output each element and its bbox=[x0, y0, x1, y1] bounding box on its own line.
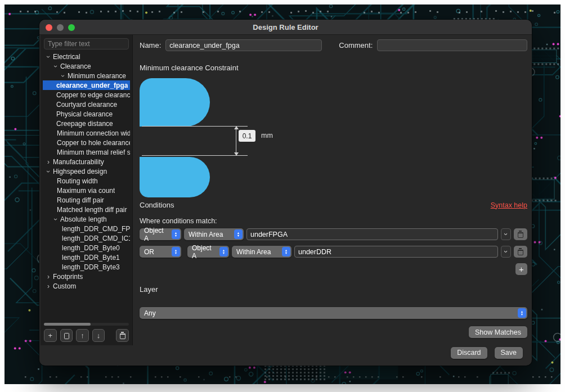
rule-editor-panel: Name: Comment: Minimum clearance Constra… bbox=[133, 35, 532, 345]
tree-item-copper-to-edge-clearance[interactable]: Copper to edge clearance bbox=[43, 90, 130, 100]
duplicate-rule-button[interactable] bbox=[60, 329, 73, 342]
move-rule-up-button[interactable]: ↑ bbox=[76, 329, 89, 342]
tree-item-minimum-thermal-relief[interactable]: Minimum thermal relief spokes bbox=[43, 147, 130, 157]
condition-row-2: OR ▲▼ Object A ▲▼ Within Area ▲▼ › bbox=[140, 246, 527, 258]
window-titlebar[interactable]: Design Rule Editor bbox=[39, 20, 532, 35]
conditions-section-title: Conditions bbox=[140, 201, 174, 209]
window-title: Design Rule Editor bbox=[39, 23, 532, 31]
tree-item-footprints[interactable]: ›Footprints bbox=[43, 272, 130, 281]
tree-item-copper-to-hole-clearance[interactable]: Copper to hole clearance bbox=[43, 138, 130, 147]
tree-item-matched-length-diff-pair[interactable]: Matched length diff pair bbox=[43, 205, 130, 214]
tree-item-custom[interactable]: ›Custom bbox=[43, 281, 130, 291]
predicate-select[interactable]: Within Area ▲▼ bbox=[232, 246, 292, 258]
combinator-select[interactable]: OR ▲▼ bbox=[140, 246, 181, 258]
combinator-select-value: OR bbox=[144, 248, 154, 256]
predicate-select[interactable]: Within Area ▲▼ bbox=[184, 228, 244, 240]
tree-item-routing-diff-pair[interactable]: Routing diff pair bbox=[43, 195, 130, 205]
stepper-down-icon: ▼ bbox=[174, 252, 177, 255]
condition-row-1: Object A ▲▼ Within Area ▲▼ › bbox=[140, 228, 527, 240]
layer-select[interactable]: Any ▲▼ bbox=[140, 307, 527, 319]
tree-item-highspeed-design[interactable]: ›Highspeed design bbox=[43, 166, 130, 176]
expander-icon[interactable]: › bbox=[59, 73, 67, 79]
condition-value-input[interactable] bbox=[246, 228, 498, 240]
tree-item-absolute-length[interactable]: ›Absolute length bbox=[43, 214, 130, 224]
tree-item-manufacturability[interactable]: ›Manufacturability bbox=[43, 157, 130, 166]
tree-item-courtyard-clearance[interactable]: Courtyard clearance bbox=[43, 100, 130, 109]
stepper-icon: ▲▼ bbox=[172, 247, 180, 256]
expander-icon[interactable]: › bbox=[45, 158, 52, 166]
zoom-window-button[interactable] bbox=[68, 24, 75, 31]
name-label: Name: bbox=[140, 41, 161, 49]
syntax-help-link[interactable]: Syntax help bbox=[491, 201, 527, 209]
dialog-footer: Discard Save bbox=[39, 345, 532, 366]
tree-filter-input[interactable] bbox=[44, 38, 129, 49]
comment-label: Comment: bbox=[339, 41, 373, 49]
constraint-section-title: Minimum clearance Constraint bbox=[140, 64, 527, 72]
pad-shape-top bbox=[140, 78, 210, 127]
dimension-arrow-icon bbox=[236, 126, 236, 156]
tree-item-clearance[interactable]: ›Clearance bbox=[43, 61, 130, 71]
expander-icon[interactable]: › bbox=[44, 53, 52, 60]
expander-icon[interactable]: › bbox=[45, 273, 52, 281]
tree-item-minimum-clearance[interactable]: ›Minimum clearance bbox=[43, 71, 130, 80]
dimension-line-top bbox=[142, 126, 248, 127]
arrow-down-icon: ↓ bbox=[97, 331, 101, 340]
layer-section-label: Layer bbox=[140, 285, 527, 294]
close-window-button[interactable] bbox=[46, 24, 52, 31]
chevron-down-icon: › bbox=[503, 233, 510, 235]
add-rule-button[interactable]: + bbox=[44, 329, 57, 342]
clearance-unit-label: mm bbox=[261, 132, 273, 139]
object-select-value: Object A bbox=[192, 244, 216, 260]
tree-item-length-ddr-cmd-fpga[interactable]: length_DDR_CMD_FPGA bbox=[43, 224, 130, 233]
arrow-up-icon: ↑ bbox=[80, 331, 84, 340]
rule-comment-input[interactable] bbox=[377, 39, 527, 51]
stepper-down-icon: ▼ bbox=[222, 252, 225, 255]
expander-icon[interactable]: › bbox=[45, 282, 52, 290]
tree-item-length-ddr-cmd-ic1[interactable]: length_DDR_CMD_IC1 bbox=[43, 233, 130, 243]
clearance-value-field[interactable]: 0.1 bbox=[239, 130, 255, 142]
expander-icon[interactable]: › bbox=[52, 216, 60, 223]
tree-item-length-ddr-byte0[interactable]: length_DDR_Byte0 bbox=[43, 243, 130, 253]
save-button[interactable]: Save bbox=[495, 347, 523, 359]
rule-name-input[interactable] bbox=[165, 39, 322, 51]
tree-item-clearance-under-fpga[interactable]: clearance_under_fpga bbox=[43, 80, 130, 90]
stepper-down-icon: ▼ bbox=[285, 252, 288, 255]
tree-item-creepage-distance[interactable]: Creepage distance bbox=[43, 119, 130, 128]
condition-value-input[interactable] bbox=[294, 246, 498, 258]
object-select[interactable]: Object A ▲▼ bbox=[187, 246, 229, 258]
rule-tree: ›Electrical ›Clearance ›Minimum clearanc… bbox=[43, 52, 130, 321]
stepper-icon: ▲▼ bbox=[219, 247, 228, 256]
stepper-down-icon: ▼ bbox=[174, 235, 177, 237]
tree-item-minimum-connection-width[interactable]: Minimum connection width bbox=[43, 128, 130, 138]
plus-icon: + bbox=[48, 331, 53, 340]
object-select[interactable]: Object A ▲▼ bbox=[140, 228, 181, 240]
tree-item-physical-clearance[interactable]: Physical clearance bbox=[43, 109, 130, 119]
scrollbar-thumb[interactable] bbox=[44, 323, 91, 326]
condition-dropdown-button[interactable]: › bbox=[501, 246, 511, 258]
tree-horizontal-scrollbar[interactable] bbox=[44, 323, 129, 326]
layer-select-value: Any bbox=[144, 309, 156, 317]
add-condition-button[interactable]: + bbox=[515, 263, 527, 275]
trash-icon bbox=[120, 334, 125, 339]
tree-item-routing-width[interactable]: Routing width bbox=[43, 176, 130, 186]
tree-item-maximum-via-count[interactable]: Maximum via count bbox=[43, 186, 130, 195]
tree-item-length-ddr-byte1[interactable]: length_DDR_Byte1 bbox=[43, 253, 130, 262]
expander-icon[interactable]: › bbox=[44, 168, 52, 175]
delete-rule-button[interactable] bbox=[116, 329, 129, 342]
condition-dropdown-button[interactable]: › bbox=[501, 228, 511, 240]
tree-item-length-ddr-byte3[interactable]: length_DDR_Byte3 bbox=[43, 262, 130, 272]
discard-button[interactable]: Discard bbox=[451, 347, 487, 359]
stepper-down-icon: ▼ bbox=[521, 313, 523, 316]
tree-item-electrical[interactable]: ›Electrical bbox=[43, 52, 130, 61]
show-matches-button[interactable]: Show Matches bbox=[469, 326, 527, 338]
copy-icon bbox=[64, 333, 69, 339]
predicate-select-value: Within Area bbox=[236, 248, 271, 256]
delete-condition-button[interactable] bbox=[514, 228, 527, 240]
move-rule-down-button[interactable]: ↓ bbox=[92, 329, 105, 342]
expander-icon[interactable]: › bbox=[52, 63, 60, 70]
trash-icon bbox=[518, 232, 523, 238]
delete-condition-button[interactable] bbox=[514, 246, 527, 258]
arrowhead-up bbox=[234, 126, 239, 129]
chevron-down-icon: › bbox=[503, 250, 510, 253]
minimize-window-button[interactable] bbox=[57, 24, 64, 31]
